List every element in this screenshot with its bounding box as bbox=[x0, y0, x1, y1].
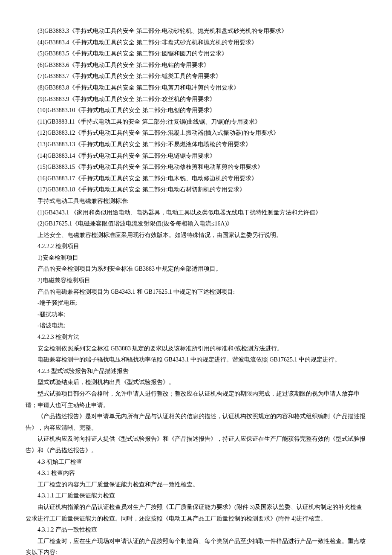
document-body: (3)GB3883.3《手持式电动工具的安全 第二部分:电动砂轮机、抛光机和盘式… bbox=[26, 26, 366, 555]
paragraph-line: 4.3.1 检查内容 bbox=[26, 468, 366, 479]
paragraph-line: (14)GB3883.14《手持式电动工具的安全 第二部分:电链锯专用要求》 bbox=[26, 150, 366, 162]
paragraph-line: 4.3.1.2 产品一致性检查 bbox=[26, 524, 366, 536]
paragraph-line: 型式试验项目部分不合格时，允许申请人进行整改；整改应在认证机构规定的期限内完成，… bbox=[26, 388, 366, 411]
paragraph-line: 2)电磁兼容检测项目 bbox=[26, 275, 366, 286]
paragraph-line: (10)GB3883.10《手持式电动工具的安全 第二部分:电刨的专用要求》 bbox=[26, 105, 366, 116]
paragraph-line: (4)GB3883.4《手持式电动工具的安全 第二部分:非盘式砂光机和抛光机的专… bbox=[26, 37, 366, 49]
paragraph-line: 4.3 初始工厂检查 bbox=[26, 457, 366, 468]
paragraph-line: 4.2.3 型式试验报告和产品描述报告 bbox=[26, 366, 366, 377]
paragraph-line: (12)GB3883.12《手持式电动工具的安全 第二部分:混凝土振动器(插入式… bbox=[26, 127, 366, 139]
paragraph-line: -骚扰功率; bbox=[26, 309, 366, 321]
paragraph-line: (2)GB17625.1《电磁兼容限值谐波电流发射限值(设备每相输入电流≤16A… bbox=[26, 218, 366, 230]
paragraph-line: 4.3.1.1 工厂质量保证能力检查 bbox=[26, 490, 366, 502]
paragraph-line: -谐波电流; bbox=[26, 320, 366, 332]
paragraph-line: -端子骚扰电压; bbox=[26, 298, 366, 309]
paragraph-line: 4.2.2.2 检测项目 bbox=[26, 241, 366, 252]
paragraph-line: 由认证机构指派的产品认证检查员对生产厂按照《工厂质量保证能力要求》(附件 3)及… bbox=[26, 502, 366, 524]
paragraph-line: (3)GB3883.3《手持式电动工具的安全 第二部分:电动砂轮机、抛光机和盘式… bbox=[26, 26, 366, 37]
paragraph-line: (5)GB3883.5《手持式电动工具的安全 第二部分:圆锯和圆刀的专用要求》 bbox=[26, 48, 366, 60]
paragraph-line: (11)GB3883.11《手持式电动工具的安全 第二部分:往复锯(曲线锯、刀锯… bbox=[26, 116, 366, 128]
paragraph-line: (13)GB3883.13《手持式电动工具的安全 第二部分:不易燃液体电喷枪的专… bbox=[26, 139, 366, 150]
paragraph-line: (9)GB3883.9《手持式电动工具的安全 第二部分:攻丝机的专用要求》 bbox=[26, 94, 366, 105]
paragraph-line: (15)GB3883.15《手持式电动工具的安全 第二部分:电动修枝剪和电动草剪… bbox=[26, 162, 366, 173]
paragraph-line: (7)GB3883.7《手持式电动工具的安全 第二部分:锤类工具的专用要求》 bbox=[26, 71, 366, 82]
paragraph-line: 安全检测依照系列安全标准 GB3883 规定的要求以及该标准所引用的标准和/或检… bbox=[26, 343, 366, 355]
paragraph-line: 认证机构应及时向持证人提供《型式试验报告》和《产品描述报告》，持证人应保证在生产… bbox=[26, 434, 366, 456]
paragraph-line: 上述安全、电磁兼容检测标准应采用现行有效版本。如遇特殊情况，由国家认监委另行说明… bbox=[26, 230, 366, 241]
paragraph-line: 手持式电动工具电磁兼容检测标准: bbox=[26, 196, 366, 207]
paragraph-line: 1)安全检测项目 bbox=[26, 252, 366, 264]
paragraph-line: (16)GB3883.17《手持式电动工具的安全 第二部分:电木铣、电动修边机的… bbox=[26, 173, 366, 185]
paragraph-line: 产品的电磁兼容检测项目为 GB4343.1 和 GB17625.1 中规定的下述… bbox=[26, 286, 366, 298]
paragraph-line: (17)GB3883.18《手持式电动工具的安全 第二部分:电动石材切割机的专用… bbox=[26, 184, 366, 196]
paragraph-line: 工厂检查的内容为工厂质量保证能力检查和产品一致性检查。 bbox=[26, 479, 366, 491]
paragraph-line: (6)GB3883.6《手持式电动工具的安全 第二部分:电钻的专用要求》 bbox=[26, 60, 366, 71]
paragraph-line: 产品的安全检测项目为系列安全标准 GB3883 中规定的全部适用项目。 bbox=[26, 263, 366, 275]
paragraph-line: 型式试验结束后，检测机构出具《型式试验报告》。 bbox=[26, 377, 366, 388]
paragraph-line: 4.2.2.3 检测方法 bbox=[26, 332, 366, 343]
paragraph-line: 《产品描述报告》是对申请单元内所有产品与认证相关的信息的描述，认证机构按照规定的… bbox=[26, 411, 366, 434]
paragraph-line: (8)GB3883.8《手持式电动工具的安全 第二部分:电剪刀和电冲剪的专用要求… bbox=[26, 82, 366, 94]
paragraph-line: (1)GB4343.1 《家用和类似用途电动、电热器具，电动工具以及类似电器无线… bbox=[26, 207, 366, 219]
paragraph-line: 工厂检查时，应在生产现场对申请认证的产品按照每个制造商、每个类别产品至少抽取一件… bbox=[26, 536, 366, 555]
paragraph-line: 电磁兼容检测中的端子骚扰电压和骚扰功率依照 GB4343.1 中的规定进行。谐波… bbox=[26, 354, 366, 366]
